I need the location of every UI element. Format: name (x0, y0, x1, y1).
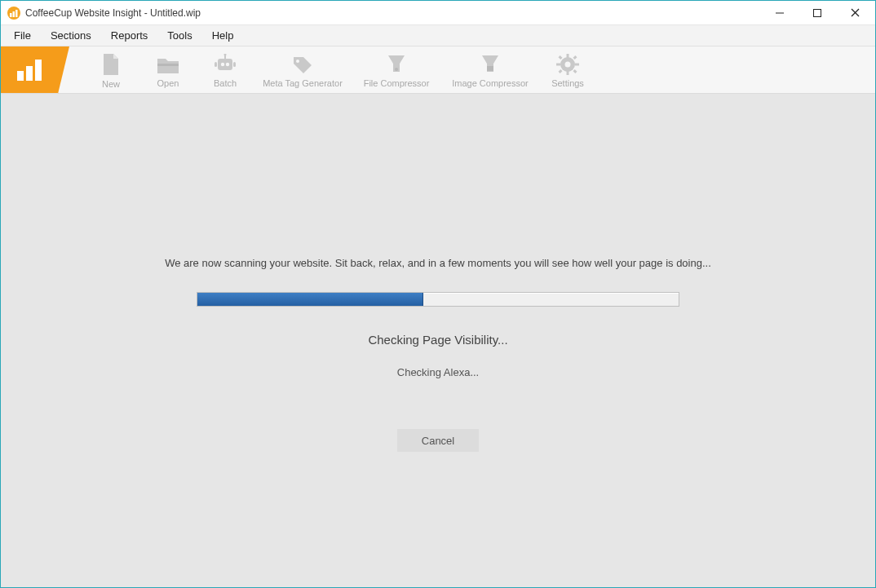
cancel-button[interactable]: Cancel (397, 429, 479, 452)
new-file-icon (100, 53, 122, 76)
svg-rect-11 (218, 59, 232, 70)
progress-bar (197, 292, 679, 307)
menu-tools[interactable]: Tools (157, 26, 201, 45)
toolbar-buttons: New Open Batch (58, 46, 596, 93)
svg-point-18 (296, 60, 299, 63)
svg-rect-9 (35, 60, 42, 81)
svg-rect-24 (567, 71, 569, 75)
toolbar-label: Image Compressor (452, 78, 529, 88)
svg-rect-0 (10, 13, 12, 17)
minimize-button[interactable] (761, 1, 799, 25)
file-compressor-button[interactable]: File Compressor (352, 51, 441, 90)
new-button[interactable]: New (82, 50, 139, 91)
settings-button[interactable]: Settings (539, 51, 596, 90)
svg-rect-7 (17, 71, 24, 81)
svg-point-22 (565, 61, 571, 67)
scan-panel: We are now scanning your website. Sit ba… (1, 94, 875, 587)
svg-rect-2 (15, 10, 18, 17)
menu-help[interactable]: Help (202, 26, 244, 45)
svg-rect-8 (26, 66, 33, 81)
svg-rect-4 (814, 9, 821, 16)
tag-icon (290, 54, 315, 75)
maximize-button[interactable] (799, 1, 836, 25)
toolbar-label: Open (157, 78, 179, 88)
svg-rect-27 (559, 55, 563, 60)
scan-detail: Checking Alexa... (397, 366, 479, 378)
menu-sections[interactable]: Sections (41, 26, 101, 45)
app-icon (7, 7, 20, 20)
close-button[interactable] (836, 1, 874, 25)
toolbar: New Open Batch (1, 46, 875, 94)
window-title: CoffeeCup Website Insight - Untitled.wip (25, 7, 761, 19)
gear-icon (556, 54, 579, 75)
svg-rect-1 (13, 11, 15, 17)
scan-message: We are now scanning your website. Sit ba… (165, 257, 711, 269)
svg-rect-28 (573, 55, 577, 60)
menu-reports[interactable]: Reports (101, 26, 158, 45)
toolbar-label: New (102, 79, 120, 89)
svg-rect-17 (233, 62, 236, 67)
svg-rect-20 (487, 66, 493, 71)
image-compress-icon (479, 54, 502, 75)
folder-open-icon (156, 54, 180, 75)
menu-bar: File Sections Reports Tools Help (1, 25, 875, 46)
meta-tag-generator-button[interactable]: Meta Tag Generator (254, 51, 352, 90)
svg-rect-30 (573, 69, 577, 73)
batch-button[interactable]: Batch (197, 51, 254, 90)
file-compress-icon (385, 54, 408, 75)
scan-phase: Checking Page Visibility... (368, 333, 507, 347)
title-bar: CoffeeCup Website Insight - Untitled.wip (1, 1, 875, 25)
svg-point-12 (221, 62, 224, 65)
image-compressor-button[interactable]: Image Compressor (441, 51, 539, 90)
svg-rect-25 (556, 63, 560, 65)
svg-rect-26 (575, 63, 579, 65)
robot-icon (213, 54, 237, 75)
toolbar-label: Batch (214, 78, 237, 88)
window-controls (761, 1, 874, 25)
open-button[interactable]: Open (139, 51, 197, 90)
svg-rect-10 (157, 64, 179, 66)
menu-file[interactable]: File (4, 26, 41, 45)
svg-rect-23 (567, 54, 569, 58)
progress-fill (197, 293, 423, 306)
toolbar-label: Meta Tag Generator (263, 78, 343, 88)
svg-point-13 (226, 62, 229, 65)
svg-rect-29 (559, 69, 563, 73)
svg-rect-16 (215, 62, 217, 67)
svg-point-19 (395, 68, 398, 71)
app-logo[interactable] (1, 46, 58, 93)
svg-point-15 (224, 54, 227, 56)
toolbar-label: Settings (551, 78, 584, 88)
toolbar-label: File Compressor (364, 78, 430, 88)
